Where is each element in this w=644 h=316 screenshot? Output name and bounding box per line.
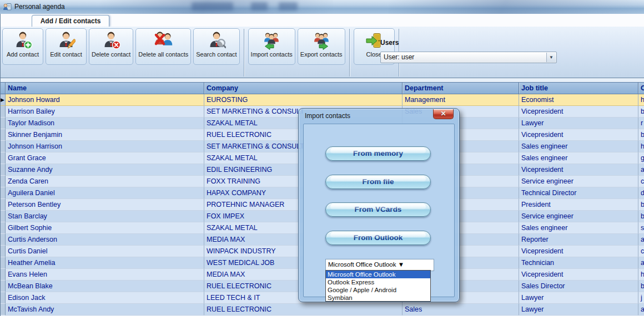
cell-clipped: c bbox=[638, 246, 644, 257]
cell-name: Edison Jack bbox=[6, 292, 204, 304]
cell-name: Zenda Caren bbox=[6, 176, 204, 187]
cell-name: Curtis Daniel bbox=[6, 246, 204, 257]
table-header-row: NameCompanyDepartmentJob titleC bbox=[0, 82, 644, 94]
cell-name: Stan Barclay bbox=[6, 211, 204, 222]
chevron-down-icon[interactable]: ▼ bbox=[546, 53, 556, 62]
cell-name: Skinner Benjamin bbox=[6, 129, 204, 141]
dialog-close-button[interactable]: ✕ bbox=[433, 109, 454, 119]
toolbar-separator bbox=[349, 29, 350, 77]
list-option[interactable]: Microsoft Office Outlook bbox=[326, 271, 430, 278]
cell-job-title: Vicepresident bbox=[519, 269, 638, 281]
cell-clipped: b bbox=[638, 211, 644, 222]
person-add-icon bbox=[13, 31, 32, 50]
list-option[interactable]: Google / Apple / Android bbox=[326, 286, 430, 294]
users-label: Users bbox=[380, 39, 557, 47]
titlebar-gloss bbox=[389, 0, 644, 14]
delete-contact-button[interactable]: Delete contact bbox=[89, 28, 133, 65]
cell-clipped: b bbox=[638, 199, 644, 211]
edit-contact-button[interactable]: Edit contact bbox=[46, 28, 87, 65]
users-combobox[interactable]: User: user ▼ bbox=[380, 52, 557, 63]
cell-job-title: Service engineer bbox=[519, 211, 638, 222]
app-window: Personal agenda Add / Edit contacts Add … bbox=[0, 0, 644, 316]
table-row[interactable]: ▶Johnson HowardEUROSTINGManagementEconom… bbox=[0, 94, 644, 106]
people-import-icon bbox=[262, 31, 281, 50]
row-indicator bbox=[0, 234, 6, 246]
person-edit-icon bbox=[57, 31, 76, 50]
row-indicator bbox=[0, 164, 6, 176]
row-indicator bbox=[0, 129, 6, 141]
window-left-edge bbox=[0, 14, 1, 316]
export-contacts-button[interactable]: Export contacts bbox=[298, 28, 345, 65]
add-contact-button[interactable]: Add contact bbox=[2, 28, 43, 65]
import-contacts-dialog: Import contacts ✕ From memoryFrom fileFr… bbox=[298, 108, 460, 302]
users-combobox-value: User: user bbox=[384, 53, 414, 61]
redacted-text bbox=[192, 2, 233, 11]
titlebar: Personal agenda bbox=[0, 0, 644, 14]
column-header-department[interactable]: Department bbox=[402, 83, 519, 94]
row-indicator bbox=[0, 304, 6, 315]
cell-clipped: r bbox=[638, 118, 644, 129]
cell-job-title: Lawyer bbox=[519, 118, 638, 129]
row-indicator bbox=[0, 141, 6, 152]
from-file-button[interactable]: From file bbox=[325, 175, 431, 189]
cell-clipped: s bbox=[638, 222, 644, 234]
toolbar-button-label: Import contacts bbox=[251, 51, 293, 58]
cell-job-title: Sales engineer bbox=[519, 141, 638, 152]
column-header-company[interactable]: Company bbox=[204, 83, 402, 94]
row-indicator bbox=[0, 199, 6, 211]
table-row[interactable]: McTavish AndyRUEL ELECTRONICSalesLawyera bbox=[0, 304, 644, 315]
cell-name: Peterson Bentley bbox=[6, 199, 204, 211]
cell-department: Sales bbox=[402, 304, 519, 315]
list-option[interactable]: Symbian bbox=[326, 294, 430, 302]
toolbar-button-label: Search contact bbox=[196, 51, 237, 58]
tab-add-edit-contacts[interactable]: Add / Edit contacts bbox=[32, 15, 109, 27]
cell-name: Johnson Howard bbox=[6, 94, 204, 106]
search-contact-button[interactable]: Search contact bbox=[193, 28, 239, 65]
cell-name: Suzanne Andy bbox=[6, 164, 204, 176]
cell-name: Taylor Madison bbox=[6, 118, 204, 129]
cell-name: Grant Grace bbox=[6, 152, 204, 164]
cell-job-title: Lawyer bbox=[519, 304, 638, 315]
cell-clipped: b bbox=[638, 281, 644, 292]
row-indicator: ▶ bbox=[0, 94, 6, 106]
import-source-combobox[interactable]: Microsoft Office Outlook ▼ bbox=[325, 259, 434, 271]
cell-job-title: Reporter bbox=[519, 234, 638, 246]
cell-clipped: a bbox=[638, 257, 644, 269]
row-indicator bbox=[0, 222, 6, 234]
cell-job-title: Sales engineer bbox=[519, 152, 638, 164]
row-indicator bbox=[0, 257, 6, 269]
toolbar-button-label: Delete contact bbox=[92, 51, 130, 58]
delete-all-contacts-button[interactable]: Delete all contacts bbox=[135, 28, 191, 65]
cell-company: EUROSTING bbox=[204, 94, 402, 106]
from-memory-button[interactable]: From memory bbox=[325, 146, 431, 161]
cell-name: Aguilera Daniel bbox=[6, 187, 204, 199]
chevron-down-icon[interactable]: ▼ bbox=[398, 261, 404, 268]
cell-clipped: b bbox=[638, 106, 644, 118]
row-indicator bbox=[0, 152, 6, 164]
toolbar-button-label: Edit contact bbox=[50, 51, 82, 58]
cell-name: Evans Helen bbox=[6, 269, 204, 281]
cell-job-title: Technical Director bbox=[519, 187, 638, 199]
cell-name: Heather Amelia bbox=[6, 257, 204, 269]
cell-job-title: Sales engineer bbox=[519, 222, 638, 234]
from-outlook-button[interactable]: From Outlook bbox=[325, 231, 431, 245]
cell-name: Johnson Harrison bbox=[6, 141, 204, 152]
import-contacts-button[interactable]: Import contacts bbox=[248, 28, 295, 65]
redacted-text bbox=[251, 2, 268, 11]
cell-name: Harrison Bailey bbox=[6, 106, 204, 118]
column-header-indicator bbox=[0, 83, 6, 94]
row-indicator bbox=[0, 118, 6, 129]
cell-job-title: Vicepresident bbox=[519, 164, 638, 176]
toolbar-separator bbox=[244, 29, 244, 77]
column-header-c[interactable]: C bbox=[638, 83, 644, 94]
column-header-name[interactable]: Name bbox=[6, 83, 204, 94]
column-header-job-title[interactable]: Job title bbox=[519, 83, 638, 94]
toolbar: Add contactEdit contactDelete contactDel… bbox=[0, 27, 644, 78]
cell-clipped: a bbox=[638, 164, 644, 176]
redacted-text bbox=[279, 2, 298, 11]
cell-name: McBean Blake bbox=[6, 281, 204, 292]
people-export-icon bbox=[312, 31, 331, 50]
list-option[interactable]: Outlook Express bbox=[326, 278, 430, 286]
from-vcards-button[interactable]: From VCards bbox=[325, 202, 431, 217]
row-indicator bbox=[0, 211, 6, 222]
